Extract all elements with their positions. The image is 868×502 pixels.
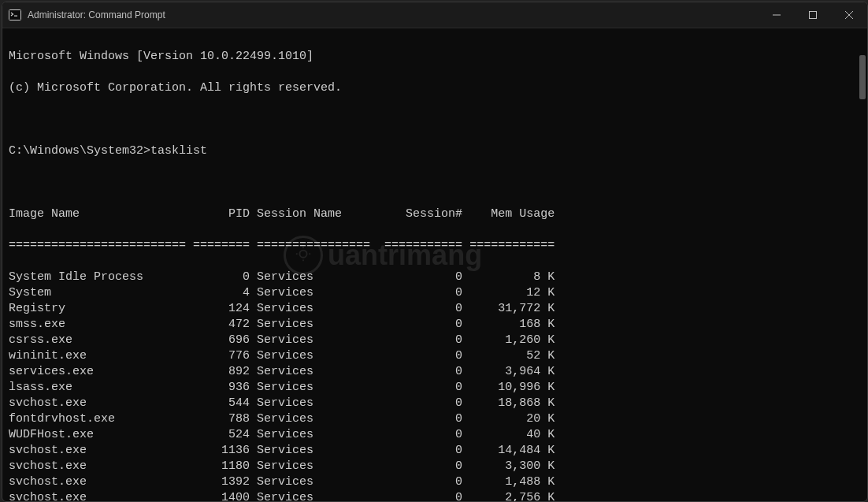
cell-session-name: Services xyxy=(257,427,377,443)
terminal-area[interactable]: Microsoft Windows [Version 10.0.22499.10… xyxy=(2,28,867,502)
cell-pid: 936 xyxy=(193,380,250,396)
cell-session-name: Services xyxy=(257,317,377,333)
table-row: svchost.exe 1180 Services 0 3,300 K xyxy=(9,459,861,474)
table-row: services.exe 892 Services 0 3,964 K xyxy=(9,364,861,380)
cell-mem: 8 K xyxy=(469,270,555,285)
cell-session-name: Services xyxy=(257,474,377,490)
cell-session-num: 0 xyxy=(384,380,462,396)
cell-pid: 1400 xyxy=(193,490,250,502)
table-row: smss.exe 472 Services 0 168 K xyxy=(9,317,861,333)
cell-mem: 18,868 K xyxy=(469,396,555,411)
cell-mem: 12 K xyxy=(469,285,555,301)
table-row: Registry 124 Services 0 31,772 K xyxy=(9,301,861,317)
cell-pid: 472 xyxy=(193,317,250,333)
cell-image: smss.exe xyxy=(9,317,186,333)
cell-image: WUDFHost.exe xyxy=(9,427,186,443)
cell-session-num: 0 xyxy=(384,474,462,490)
cell-mem: 10,996 K xyxy=(469,380,555,396)
cell-session-name: Services xyxy=(257,301,377,317)
cell-mem: 1,260 K xyxy=(469,333,555,348)
cell-session-num: 0 xyxy=(384,285,462,301)
minimize-button[interactable] xyxy=(759,2,795,28)
cell-pid: 124 xyxy=(193,301,250,317)
table-body: System Idle Process 0 Services 0 8 KSyst… xyxy=(9,270,861,502)
cell-pid: 776 xyxy=(193,348,250,364)
cell-session-name: Services xyxy=(257,396,377,411)
cell-session-num: 0 xyxy=(384,490,462,502)
cell-pid: 544 xyxy=(193,396,250,411)
cell-pid: 892 xyxy=(193,364,250,380)
cell-session-name: Services xyxy=(257,443,377,459)
cell-image: fontdrvhost.exe xyxy=(9,411,186,427)
cell-image: svchost.exe xyxy=(9,459,186,474)
table-row: lsass.exe 936 Services 0 10,996 K xyxy=(9,380,861,396)
cell-image: svchost.exe xyxy=(9,474,186,490)
cell-session-name: Services xyxy=(257,380,377,396)
svg-rect-0 xyxy=(9,10,21,20)
cell-image: csrss.exe xyxy=(9,333,186,348)
table-row: svchost.exe 544 Services 0 18,868 K xyxy=(9,396,861,411)
cell-image: wininit.exe xyxy=(9,348,186,364)
cell-session-num: 0 xyxy=(384,411,462,427)
table-row: csrss.exe 696 Services 0 1,260 K xyxy=(9,333,861,348)
window-controls xyxy=(759,2,867,28)
cell-mem: 31,772 K xyxy=(469,301,555,317)
cell-mem: 20 K xyxy=(469,411,555,427)
cell-session-name: Services xyxy=(257,490,377,502)
cell-image: lsass.exe xyxy=(9,380,186,396)
prompt-command: tasklist xyxy=(150,144,207,158)
cell-session-num: 0 xyxy=(384,301,462,317)
col-header-session-num: Session# xyxy=(384,206,462,222)
col-header-image: Image Name xyxy=(9,206,186,222)
cell-pid: 1136 xyxy=(193,443,250,459)
cell-pid: 1180 xyxy=(193,459,250,474)
cell-session-num: 0 xyxy=(384,317,462,333)
scrollbar[interactable] xyxy=(858,33,866,497)
cell-session-num: 0 xyxy=(384,333,462,348)
prompt-path: C:\Windows\System32> xyxy=(9,144,150,158)
table-row: svchost.exe 1400 Services 0 2,756 K xyxy=(9,490,861,502)
cell-session-num: 0 xyxy=(384,396,462,411)
prompt-line: C:\Windows\System32>tasklist xyxy=(9,143,861,159)
cell-mem: 14,484 K xyxy=(469,443,555,459)
cell-image: svchost.exe xyxy=(9,490,186,502)
cell-session-name: Services xyxy=(257,411,377,427)
cell-image: Registry xyxy=(9,301,186,317)
scrollbar-thumb[interactable] xyxy=(859,55,866,99)
banner-line: (c) Microsoft Corporation. All rights re… xyxy=(9,80,861,96)
cell-mem: 3,964 K xyxy=(469,364,555,380)
cell-mem: 40 K xyxy=(469,427,555,443)
cell-pid: 0 xyxy=(193,270,250,285)
cell-session-num: 0 xyxy=(384,443,462,459)
cell-mem: 3,300 K xyxy=(469,459,555,474)
cell-image: System xyxy=(9,285,186,301)
cell-session-name: Services xyxy=(257,364,377,380)
table-row: System Idle Process 0 Services 0 8 K xyxy=(9,270,861,285)
table-row: fontdrvhost.exe 788 Services 0 20 K xyxy=(9,411,861,427)
titlebar[interactable]: Administrator: Command Prompt xyxy=(2,2,867,28)
cell-pid: 696 xyxy=(193,333,250,348)
table-row: svchost.exe 1136 Services 0 14,484 K xyxy=(9,443,861,459)
table-row: System 4 Services 0 12 K xyxy=(9,285,861,301)
table-row: svchost.exe 1392 Services 0 1,488 K xyxy=(9,474,861,490)
cell-mem: 168 K xyxy=(469,317,555,333)
window-title: Administrator: Command Prompt xyxy=(28,9,165,20)
cell-session-num: 0 xyxy=(384,364,462,380)
cell-mem: 52 K xyxy=(469,348,555,364)
table-separator: ========================= ======== =====… xyxy=(9,238,861,254)
maximize-button[interactable] xyxy=(795,2,831,28)
close-button[interactable] xyxy=(831,2,867,28)
cell-session-num: 0 xyxy=(384,459,462,474)
cell-pid: 1392 xyxy=(193,474,250,490)
command-prompt-window: Administrator: Command Prompt Microsoft … xyxy=(2,2,868,502)
cell-pid: 524 xyxy=(193,427,250,443)
col-header-mem: Mem Usage xyxy=(469,206,555,222)
blank-line xyxy=(9,175,861,191)
terminal-output: Microsoft Windows [Version 10.0.22499.10… xyxy=(2,28,867,502)
cell-image: svchost.exe xyxy=(9,396,186,411)
cell-session-name: Services xyxy=(257,348,377,364)
cell-image: services.exe xyxy=(9,364,186,380)
table-header: Image Name PID Session Name Session# Mem… xyxy=(9,206,861,222)
cell-session-num: 0 xyxy=(384,427,462,443)
cell-session-name: Services xyxy=(257,333,377,348)
